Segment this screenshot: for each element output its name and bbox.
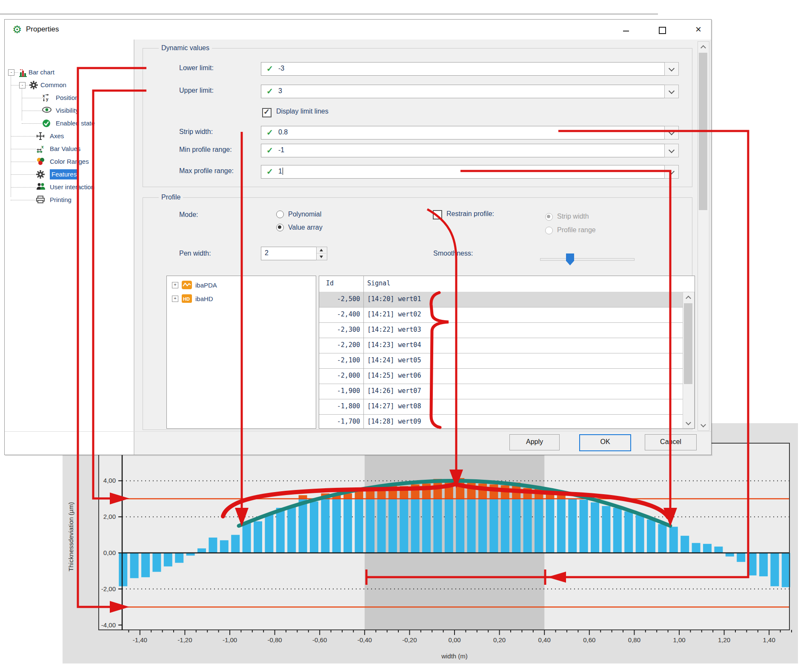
table-scrollbar[interactable] [683, 292, 695, 429]
bar [680, 536, 689, 553]
table-row[interactable]: -2,500[14:20] wert01 [319, 292, 686, 307]
max-profile-range-dropdown[interactable] [664, 165, 679, 179]
table-row[interactable]: -2,400[14:21] wert02 [319, 307, 686, 323]
bar [568, 499, 577, 553]
bar [591, 502, 599, 553]
valid-check-icon: ✓ [266, 128, 273, 137]
sidebar-item-user-interaction[interactable]: User interaction [50, 182, 94, 192]
signal-table-header[interactable]: Id Signal [319, 276, 695, 293]
table-scrollbar-thumb[interactable] [684, 303, 692, 384]
stepper-up-icon[interactable] [317, 247, 326, 253]
eye-icon [42, 106, 51, 115]
lower-limit-field[interactable]: ✓ -3 [261, 62, 679, 76]
svg-text:-1,00: -1,00 [223, 636, 237, 643]
column-id: Id [326, 279, 334, 287]
position-icon: xy [42, 94, 51, 102]
table-row[interactable]: -2,000[14:25] wert06 [319, 368, 686, 384]
bar [624, 511, 633, 553]
table-row[interactable]: -1,900[14:26] wert07 [319, 384, 686, 399]
restrain-profile-range-radio[interactable] [545, 227, 553, 234]
table-row[interactable]: -1,800[14:27] wert08 [319, 399, 686, 415]
pen-width-value: 2 [265, 249, 269, 257]
group-label: Profile [159, 194, 183, 201]
people-icon [36, 183, 45, 191]
min-profile-range-dropdown[interactable] [664, 144, 679, 157]
mode-value-array-radio[interactable] [276, 224, 284, 231]
scroll-up-icon[interactable] [683, 292, 694, 302]
svg-text:4,00: 4,00 [103, 477, 116, 484]
dialog-titlebar[interactable]: ⚙ Properties × [5, 20, 711, 40]
source-item-ibapda[interactable]: ibaPDA [195, 280, 217, 290]
bar [669, 527, 678, 553]
svg-text:0,20: 0,20 [493, 636, 506, 643]
sidebar-item-enabled-state[interactable]: Enabled state [56, 118, 95, 128]
signal-source-tree: +ibaPDA+HDibaHD [166, 276, 316, 429]
signal-cell: [14:25] wert06 [367, 372, 421, 379]
bar [209, 538, 217, 553]
table-row[interactable]: -1,700[14:28] wert09 [319, 414, 686, 429]
lower-limit-dropdown[interactable] [664, 62, 679, 76]
sidebar-item-common[interactable]: Common [40, 80, 66, 90]
min-profile-range-field[interactable]: ✓ -1 [261, 144, 679, 157]
svg-text:-2,00: -2,00 [101, 585, 116, 592]
bar [737, 553, 745, 562]
sidebar-item-position[interactable]: Position [56, 93, 78, 103]
strip-width-dropdown[interactable] [664, 126, 679, 139]
display-limit-lines-checkbox[interactable]: ✓ [262, 108, 272, 117]
mode-value-array-label: Value array [288, 224, 323, 231]
dialog-scrollbar[interactable] [698, 41, 709, 431]
upper-limit-field[interactable]: ✓ 3 [261, 85, 679, 98]
gear-icon [29, 81, 38, 89]
minimize-button[interactable] [620, 24, 632, 36]
column-signal: Signal [367, 279, 390, 287]
sidebar-item-bar-values[interactable]: Bar Values [50, 144, 80, 154]
tree-expander-icon[interactable]: + [172, 296, 178, 302]
tree-expander-icon[interactable]: + [172, 282, 178, 288]
check-circle-icon [42, 119, 51, 128]
table-row[interactable]: -2,100[14:24] wert05 [319, 353, 686, 369]
scroll-down-icon[interactable] [683, 418, 694, 428]
stepper-down-icon[interactable] [317, 254, 326, 260]
bar [197, 548, 206, 553]
dialog-scrollbar-thumb[interactable] [699, 53, 707, 210]
bar [164, 553, 172, 567]
sidebar-item-axes[interactable]: Axes [50, 131, 64, 141]
restrain-profile-checkbox[interactable] [433, 210, 442, 219]
scroll-up-icon[interactable] [698, 42, 709, 52]
svg-text:1,20: 1,20 [718, 636, 730, 643]
ok-button[interactable]: OK [579, 434, 631, 451]
tree-expander-icon[interactable]: - [8, 69, 14, 76]
maximize-button[interactable] [656, 24, 669, 36]
sidebar-item-visibility[interactable]: Visibility [56, 105, 79, 116]
tree-expander-icon[interactable]: - [19, 82, 26, 88]
bar [748, 553, 757, 575]
scroll-down-icon[interactable] [698, 420, 709, 430]
source-item-ibahd[interactable]: ibaHD [195, 294, 213, 304]
bar [152, 553, 161, 572]
svg-text:0,00: 0,00 [103, 549, 116, 556]
cancel-button[interactable]: Cancel [645, 434, 697, 450]
apply-button[interactable]: Apply [509, 434, 560, 450]
sidebar-item-bar-chart[interactable]: Bar chart [29, 67, 54, 77]
mode-polynomial-label: Polynomial [288, 211, 321, 218]
close-button[interactable]: × [692, 24, 705, 36]
x-axis-title: width (m) [441, 652, 468, 660]
sidebar-item-color-ranges[interactable]: Color Ranges [50, 157, 89, 167]
pen-width-stepper[interactable] [316, 247, 327, 260]
sidebar-item-features[interactable]: Features [50, 169, 78, 179]
smoothness-slider[interactable] [540, 258, 635, 261]
table-row[interactable]: -2,200[14:23] wert04 [319, 338, 686, 353]
restrain-strip-width-radio[interactable] [545, 213, 553, 221]
bar [276, 508, 285, 553]
id-cell: -2,500 [319, 295, 360, 303]
sidebar-item-printing[interactable]: Printing [50, 195, 71, 205]
bar [433, 499, 442, 553]
max-profile-range-field[interactable]: ✓ 1 [261, 165, 679, 179]
pen-width-input[interactable]: 2 [261, 247, 327, 260]
strip-width-field[interactable]: ✓ 0.8 [261, 126, 679, 139]
svg-text:-0,40: -0,40 [357, 636, 372, 643]
table-row[interactable]: -2,300[14:22] wert03 [319, 322, 686, 338]
mode-polynomial-radio[interactable] [276, 211, 284, 218]
bar [636, 515, 644, 553]
upper-limit-dropdown[interactable] [664, 85, 679, 98]
